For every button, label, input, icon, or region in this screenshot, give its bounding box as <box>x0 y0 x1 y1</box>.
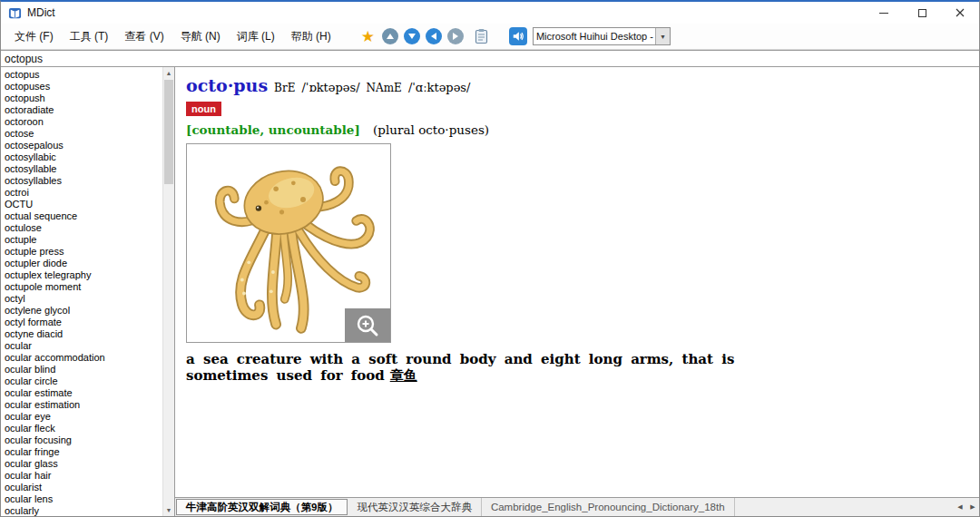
word-list-item[interactable]: octuplex telegraphy <box>1 269 162 281</box>
minimize-button[interactable] <box>865 2 903 24</box>
close-button[interactable] <box>941 2 979 24</box>
nav-up-button[interactable] <box>382 28 398 44</box>
tab-cambridge-pronouncing-dictionary[interactable]: Cambridge_English_Pronouncing_Dictionary… <box>482 498 735 516</box>
bre-pronunciation: /ˈɒktəpəs/ <box>301 81 359 94</box>
word-list-item[interactable]: ocular blind <box>1 364 162 376</box>
dictionary-tab-bar: 牛津高阶英汉双解词典（第9版） 现代英汉汉英综合大辞典 Cambridge_En… <box>175 497 979 516</box>
tab-scroll-right-icon[interactable]: ▶ <box>966 498 979 516</box>
definition-chinese: 章鱼 <box>390 367 417 384</box>
tab-modern-cn-en-dictionary[interactable]: 现代英汉汉英综合大辞典 <box>348 498 482 516</box>
scrollbar-thumb[interactable] <box>164 80 173 184</box>
forward-arrow-icon <box>453 33 458 40</box>
word-list-item[interactable]: octulose <box>1 222 162 234</box>
menu-view[interactable]: 查看 (V) <box>116 25 172 48</box>
combo-dropdown-icon[interactable]: ▼ <box>655 28 670 44</box>
word-list-item[interactable]: octopuses <box>1 81 162 93</box>
grammar-line: [countable, uncountable] (plural octo·pu… <box>186 122 970 137</box>
scrollbar-down-icon[interactable]: ▼ <box>163 504 174 516</box>
word-list-item[interactable]: octose <box>1 128 162 140</box>
clipboard-icon <box>475 28 488 44</box>
word-list-item[interactable]: octosepalous <box>1 140 162 151</box>
image-zoom-button[interactable] <box>345 308 390 342</box>
word-list-item[interactable]: ocular hair <box>1 470 162 482</box>
word-list-item[interactable]: octopush <box>1 93 162 104</box>
tts-voice-value: Microsoft Huihui Desktop - C <box>534 28 655 44</box>
menu-tools[interactable]: 工具 (T) <box>62 25 117 48</box>
word-list-item[interactable]: ocular estimate <box>1 387 162 399</box>
main-body: octopus octopuses octopush octoradiate o… <box>1 67 979 516</box>
part-of-speech-badge: noun <box>186 102 221 116</box>
definition: a sea creature with a soft round body an… <box>186 351 749 385</box>
word-list-item[interactable]: ocular lens <box>1 493 162 505</box>
toolbar: ★ Microsoft Huihui Desktop <box>361 27 671 45</box>
word-list-item[interactable]: octosyllable <box>1 163 162 175</box>
word-list-item[interactable]: ocular fleck <box>1 423 162 434</box>
word-list-item[interactable]: ocularist <box>1 482 162 493</box>
magnifier-icon <box>356 314 379 337</box>
maximize-icon <box>918 9 926 17</box>
minimize-icon <box>879 13 888 14</box>
countability-label: [countable, uncountable] <box>186 122 360 137</box>
word-list-item[interactable]: ocular <box>1 340 162 352</box>
clipboard-button[interactable] <box>473 27 491 45</box>
maximize-button[interactable] <box>903 2 941 24</box>
word-list-item[interactable]: ocular estimation <box>1 399 162 411</box>
word-list-item[interactable]: OCTU <box>1 199 162 210</box>
word-list-scrollbar[interactable]: ▲ ▼ <box>162 67 174 516</box>
word-list-item[interactable]: octosyllabic <box>1 151 162 163</box>
word-list-item[interactable]: octyl <box>1 293 162 305</box>
app-icon <box>8 6 22 20</box>
nav-down-button[interactable] <box>404 28 420 44</box>
pronounce-button[interactable] <box>509 27 527 45</box>
back-arrow-icon <box>431 33 436 40</box>
favorites-star-icon[interactable]: ★ <box>361 29 375 44</box>
word-list-item[interactable]: octoroon <box>1 116 162 128</box>
word-list-item[interactable]: octupole moment <box>1 281 162 293</box>
close-icon <box>956 8 965 17</box>
menu-library[interactable]: 词库 (L) <box>229 25 283 48</box>
nav-forward-button[interactable] <box>447 28 464 44</box>
name-label: NAmE <box>367 82 402 94</box>
word-list-item[interactable]: octuple <box>1 234 162 246</box>
tts-voice-select[interactable]: Microsoft Huihui Desktop - C ▼ <box>533 27 671 45</box>
word-list-panel: octopus octopuses octopush octoradiate o… <box>1 67 175 516</box>
word-list-item[interactable]: ocular focusing <box>1 434 162 446</box>
content-panel: octo·pus BrE /ˈɒktəpəs/ NAmE /ˈɑːktəpəs/… <box>175 67 979 516</box>
word-list-item[interactable]: octyl formate <box>1 317 162 328</box>
up-arrow-icon <box>387 34 394 39</box>
word-list-item[interactable]: octosyllables <box>1 175 162 187</box>
word-list-item[interactable]: ocular accommodation <box>1 352 162 364</box>
search-input[interactable] <box>1 50 979 67</box>
tab-bar-spacer <box>735 498 954 516</box>
entry-image <box>186 143 391 343</box>
scrollbar-up-icon[interactable]: ▲ <box>163 67 174 79</box>
mdict-window: MDict 文件 (F) 工具 (T) 查看 (V) 导航 (N) 词库 (L)… <box>0 0 980 517</box>
word-list-item[interactable]: ocular glass <box>1 458 162 470</box>
nav-back-button[interactable] <box>426 28 442 44</box>
word-list-item[interactable]: octopus <box>1 69 162 81</box>
window-title: MDict <box>27 6 865 19</box>
tab-scroll-left-icon[interactable]: ◀ <box>954 498 966 516</box>
entry-headline: octo·pus BrE /ˈɒktəpəs/ NAmE /ˈɑːktəpəs/ <box>186 75 970 95</box>
menu-file[interactable]: 文件 (F) <box>6 25 62 48</box>
word-list: octopus octopuses octopush octoradiate o… <box>1 69 162 516</box>
word-list-item[interactable]: octual sequence <box>1 210 162 222</box>
word-list-item[interactable]: octyne diacid <box>1 328 162 340</box>
word-list-item[interactable]: octoradiate <box>1 104 162 116</box>
menu-navigate[interactable]: 导航 (N) <box>172 25 229 48</box>
word-list-item[interactable]: ocularly <box>1 505 162 516</box>
word-list-item[interactable]: ocular eye <box>1 411 162 423</box>
menu-help[interactable]: 帮助 (H) <box>283 25 339 48</box>
word-list-item[interactable]: ocular fringe <box>1 446 162 458</box>
word-list-item[interactable]: ocular circle <box>1 376 162 387</box>
speaker-icon <box>512 30 524 43</box>
word-list-item[interactable]: octroi <box>1 187 162 199</box>
name-pronunciation: /ˈɑːktəpəs/ <box>408 81 471 94</box>
word-list-item[interactable]: octylene glycol <box>1 305 162 317</box>
plural-form: (plural octo·puses) <box>373 122 489 137</box>
word-list-item[interactable]: octuple press <box>1 246 162 258</box>
tab-oxford-dictionary[interactable]: 牛津高阶英汉双解词典（第9版） <box>176 499 348 515</box>
down-arrow-icon <box>408 34 416 39</box>
word-list-item[interactable]: octupler diode <box>1 258 162 269</box>
definition-english: a sea creature with a soft round body an… <box>186 351 734 384</box>
